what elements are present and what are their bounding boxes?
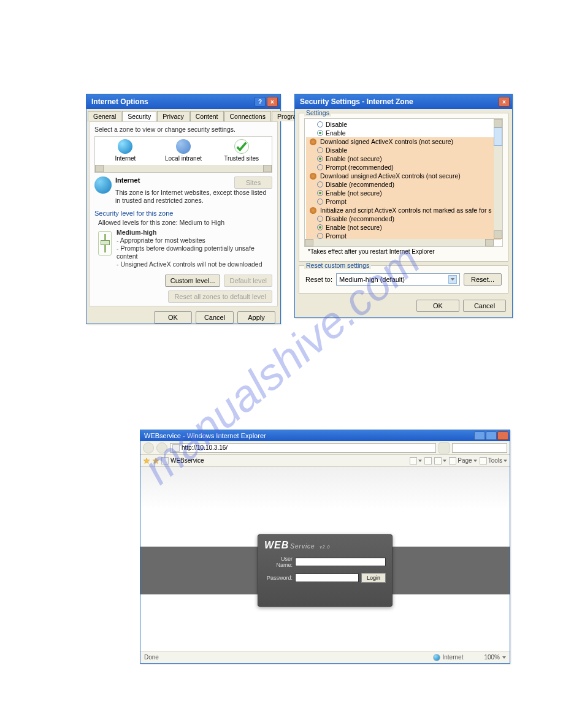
scroll-right-icon[interactable] — [263, 165, 272, 172]
zone-trusted-sites[interactable]: Trusted sites — [212, 139, 270, 162]
refresh-button[interactable] — [439, 442, 450, 453]
page-menu[interactable]: Page — [449, 457, 477, 464]
ie-navbar: http://10.10.3.16/ — [140, 441, 510, 455]
setting-option[interactable]: Disable (recommended) — [306, 180, 501, 189]
setting-option[interactable]: Disable (recommended) — [306, 214, 501, 223]
setting-option[interactable]: Disable — [306, 120, 501, 129]
settings-groupbox: Settings DisableEnableDownload signed Ac… — [299, 113, 508, 262]
level-bullet: - Unsigned ActiveX controls will not be … — [117, 260, 272, 268]
login-button[interactable]: Login — [361, 573, 386, 583]
setting-option[interactable]: Enable — [306, 129, 501, 137]
ss-titlebar[interactable]: Security Settings - Internet Zone × — [295, 94, 512, 109]
zone-strip[interactable]: Internet Local intranet Trusted sites — [94, 136, 272, 173]
password-input[interactable] — [295, 574, 359, 582]
minimize-icon[interactable] — [474, 431, 485, 440]
print-icon — [434, 457, 442, 464]
setting-option[interactable]: Enable (not secure) — [306, 189, 501, 197]
ok-button[interactable]: OK — [416, 300, 459, 312]
radio-button[interactable] — [317, 164, 323, 170]
home-button[interactable] — [410, 457, 422, 464]
scroll-up-icon[interactable] — [494, 119, 502, 127]
reset-button[interactable]: Reset... — [464, 273, 502, 286]
help-icon[interactable]: ? — [255, 97, 266, 107]
tab-content[interactable]: Content — [190, 111, 224, 121]
reset-all-zones-button[interactable]: Reset all zones to default level — [168, 290, 272, 303]
setting-group-header: Download unsigned ActiveX controls (not … — [306, 172, 501, 180]
radio-button[interactable] — [317, 121, 323, 127]
search-box[interactable] — [452, 443, 507, 453]
setting-option[interactable]: Enable (not secure) — [306, 223, 501, 232]
setting-option[interactable]: Enable (not secure) — [306, 154, 501, 163]
scroll-right-icon[interactable] — [485, 239, 494, 246]
radio-button[interactable] — [317, 181, 323, 188]
scroll-left-icon[interactable] — [305, 239, 313, 246]
cancel-button[interactable]: Cancel — [463, 300, 506, 312]
setting-option[interactable]: Prompt — [306, 197, 501, 206]
scroll-down-icon[interactable] — [494, 230, 502, 239]
radio-button[interactable] — [317, 156, 323, 162]
chevron-down-icon[interactable] — [448, 275, 457, 284]
custom-level-button[interactable]: Custom level... — [165, 275, 221, 287]
forward-button[interactable] — [156, 442, 167, 453]
close-icon[interactable]: × — [267, 97, 278, 107]
radio-button[interactable] — [317, 216, 323, 222]
tab-security[interactable]: Security — [122, 111, 156, 121]
radio-button[interactable] — [317, 233, 323, 239]
print-button[interactable] — [434, 457, 446, 464]
favorites-star-icon[interactable] — [143, 457, 150, 464]
radio-button[interactable] — [317, 147, 323, 153]
tools-menu[interactable]: Tools — [480, 457, 507, 464]
back-button[interactable] — [143, 442, 154, 453]
gear-icon — [310, 173, 316, 180]
add-favorite-icon[interactable] — [152, 457, 159, 464]
setting-option[interactable]: Prompt (recommended) — [306, 163, 501, 172]
gear-icon — [310, 207, 316, 214]
settings-list[interactable]: DisableEnableDownload signed ActiveX con… — [304, 118, 503, 247]
internet-options-window: Internet Options ? × GeneralSecurityPriv… — [86, 94, 281, 324]
vertical-scrollbar[interactable] — [494, 119, 502, 239]
tab-connections[interactable]: Connections — [224, 111, 271, 121]
radio-button[interactable] — [317, 199, 323, 205]
sites-button[interactable]: Sites — [234, 176, 272, 189]
setting-text: Enable — [326, 129, 346, 137]
zone-scrollbar[interactable] — [95, 165, 272, 172]
horizontal-scrollbar[interactable] — [305, 239, 494, 246]
feeds-button[interactable] — [424, 457, 432, 464]
close-icon[interactable]: × — [499, 97, 510, 107]
page-gradient — [140, 467, 510, 510]
maximize-icon[interactable] — [486, 431, 497, 440]
setting-text: Download unsigned ActiveX controls (not … — [320, 172, 461, 180]
url-text: http://10.10.3.16/ — [182, 444, 228, 451]
zone-internet[interactable]: Internet — [96, 139, 155, 162]
ok-button[interactable]: OK — [154, 311, 192, 324]
address-bar[interactable]: http://10.10.3.16/ — [170, 443, 436, 453]
setting-option[interactable]: Disable — [306, 146, 501, 154]
reset-group-label: Reset custom settings — [304, 262, 371, 269]
reset-level-combobox[interactable]: Medium-high (default) — [336, 273, 460, 286]
radio-button[interactable] — [317, 224, 323, 230]
username-input[interactable] — [295, 558, 386, 566]
ie-titlebar[interactable]: WEBservice - Windows Internet Explorer — [140, 430, 510, 441]
zoom-level[interactable]: 100% — [484, 654, 500, 661]
setting-group-header: Download signed ActiveX controls (not se… — [306, 137, 501, 146]
apply-button[interactable]: Apply — [237, 311, 275, 324]
zone-local-intranet[interactable]: Local intranet — [155, 139, 213, 162]
io-titlebar[interactable]: Internet Options ? × — [86, 94, 280, 109]
default-level-button[interactable]: Default level — [224, 275, 272, 287]
home-icon — [410, 457, 417, 464]
slider-thumb[interactable] — [101, 240, 110, 245]
radio-button[interactable] — [317, 190, 323, 196]
scroll-thumb[interactable] — [494, 127, 502, 146]
zoom-dropdown-icon[interactable] — [502, 656, 506, 659]
setting-text: Disable (recommended) — [326, 215, 394, 222]
tab-privacy[interactable]: Privacy — [157, 111, 189, 121]
tab-general[interactable]: General — [88, 111, 121, 121]
io-tabstrip: GeneralSecurityPrivacyContentConnections… — [86, 109, 280, 121]
security-level-slider[interactable] — [98, 231, 112, 256]
radio-button[interactable] — [317, 130, 323, 136]
cancel-button[interactable]: Cancel — [196, 311, 234, 324]
scroll-left-icon[interactable] — [95, 165, 104, 172]
close-icon[interactable] — [497, 431, 508, 440]
ie-tabbar: WEBservice Page Tools — [140, 455, 510, 467]
level-bullet: - Appropriate for most websites — [117, 237, 272, 245]
